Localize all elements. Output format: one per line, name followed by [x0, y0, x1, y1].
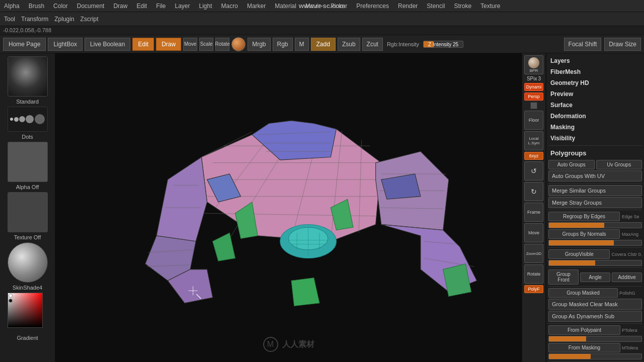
- masking-slider[interactable]: [548, 353, 642, 359]
- edge-slider[interactable]: [548, 222, 642, 228]
- fibermesh-title[interactable]: FiberMesh: [546, 66, 644, 77]
- floor-button[interactable]: Floor: [524, 111, 543, 130]
- color-picker[interactable]: [8, 293, 48, 333]
- menu-marker[interactable]: Marker: [245, 2, 268, 11]
- menu-preferences[interactable]: Preferences: [354, 2, 391, 11]
- merge-stray-groups-button[interactable]: Merge Stray Groups: [548, 197, 642, 208]
- texture-preview[interactable]: [8, 192, 48, 232]
- max-ang-label: MaxAng: [622, 232, 642, 237]
- spix-label: SPix: [527, 76, 537, 81]
- bpr-button[interactable]: BPR: [524, 55, 543, 74]
- alpha-preview[interactable]: [8, 142, 48, 182]
- tool-item-zscript[interactable]: Zscript: [80, 16, 99, 23]
- menu-stroke[interactable]: Stroke: [452, 2, 473, 11]
- draw-button[interactable]: Draw: [156, 38, 181, 51]
- dots-preview[interactable]: [8, 107, 48, 132]
- menu-document[interactable]: Document: [75, 2, 107, 11]
- menu-alpha[interactable]: Alpha: [2, 2, 22, 11]
- canvas-area[interactable]: 人人素材社区 人人素材社区 人人素材社区 人人素材社区 人人素材社区 人人素材社…: [55, 53, 522, 362]
- group-as-dynamesh-sub-button[interactable]: Group As Dynamesh Sub: [548, 311, 642, 322]
- focal-shift-button[interactable]: Focal Shift: [564, 38, 602, 51]
- z-intensity-slider[interactable]: Z Intensity 25: [423, 41, 463, 48]
- layers-title[interactable]: Layers: [546, 55, 644, 66]
- menu-draw[interactable]: Draw: [111, 2, 129, 11]
- material-preview[interactable]: [8, 242, 48, 283]
- visible-slider[interactable]: [548, 260, 642, 266]
- lightbox-button[interactable]: LightBox: [48, 38, 83, 51]
- normals-slider[interactable]: [548, 240, 642, 246]
- from-polypaint-button[interactable]: From Polypaint: [548, 325, 620, 335]
- rgb-button[interactable]: Rgb: [273, 38, 293, 51]
- group-masked-button[interactable]: Group Masked: [548, 288, 618, 298]
- tool-item-tool[interactable]: Tool: [4, 16, 15, 23]
- group-front-button[interactable]: Group Front: [548, 269, 579, 285]
- edit-button[interactable]: Edit: [132, 38, 154, 51]
- zcut-button[interactable]: Zcut: [362, 38, 383, 51]
- move-button[interactable]: Move: [183, 38, 197, 51]
- live-boolean-button[interactable]: Live Boolean: [85, 38, 130, 51]
- scale-button[interactable]: Scale: [199, 38, 213, 51]
- from-masking-button[interactable]: From Masking: [548, 343, 620, 352]
- polyf-button[interactable]: PolyF: [524, 285, 543, 293]
- down-rotate-button[interactable]: ↻: [524, 182, 543, 201]
- zoom3d-button[interactable]: Zoom3D: [524, 244, 543, 263]
- auto-groups-button[interactable]: Auto Groups: [548, 160, 595, 169]
- menu-material[interactable]: Material: [273, 2, 298, 11]
- preview-title[interactable]: Preview: [546, 88, 644, 100]
- groups-by-normals-button[interactable]: Groups By Normals: [548, 229, 620, 239]
- angle-button[interactable]: Angle: [580, 273, 610, 282]
- menu-render[interactable]: Render: [396, 2, 420, 11]
- menu-file[interactable]: File: [154, 2, 168, 11]
- mrgb-button[interactable]: Mrgb: [248, 38, 270, 51]
- move-icon-button[interactable]: Move: [524, 223, 543, 242]
- polygroups-label[interactable]: Polygroups: [550, 149, 587, 157]
- brush-preview[interactable]: [8, 56, 48, 97]
- local-lsym-button[interactable]: Local L.Sym: [524, 131, 543, 150]
- deformation-title[interactable]: Deformation: [546, 111, 644, 122]
- xyz-button[interactable]: 6xyz: [524, 152, 543, 160]
- menu-edit[interactable]: Edit: [134, 2, 149, 11]
- menu-light[interactable]: Light: [197, 2, 214, 11]
- menu-color[interactable]: Color: [51, 2, 70, 11]
- from-masking-row: From Masking MTolera: [548, 343, 642, 352]
- polypaint-slider-row: [548, 336, 642, 342]
- menu-brush[interactable]: Brush: [27, 2, 46, 11]
- small-toggle[interactable]: [530, 102, 537, 109]
- divider-5: [548, 267, 642, 268]
- geometry-hd-title[interactable]: Geometry HD: [546, 77, 644, 88]
- additive-button[interactable]: Additive: [612, 273, 642, 282]
- m-button[interactable]: M: [295, 38, 309, 51]
- frame-button[interactable]: Frame: [524, 203, 543, 222]
- rotate-button[interactable]: Rotate: [215, 38, 229, 51]
- draw-size-button[interactable]: Draw Size: [604, 38, 641, 51]
- menu-stencil[interactable]: Stencil: [425, 2, 447, 11]
- right-sidebar: Layers FiberMesh Geometry HD Preview Sur…: [546, 53, 644, 362]
- main-area: Standard Dots Alpha Off Texture Off Skin…: [0, 53, 644, 362]
- persp-button[interactable]: Persp: [524, 93, 543, 101]
- masking-title[interactable]: Masking: [546, 122, 644, 133]
- home-page-button[interactable]: Home Page: [3, 38, 46, 51]
- dynamic-button[interactable]: Dynami: [524, 83, 543, 91]
- merge-similar-groups-button[interactable]: Merge Similar Groups: [548, 185, 642, 196]
- rotate-icon-button[interactable]: Rotate: [524, 264, 543, 284]
- menu-texture[interactable]: Texture: [478, 2, 502, 11]
- auto-groups-with-uv-button[interactable]: Auto Groups With UV: [548, 170, 642, 182]
- group-visible-button[interactable]: GroupVisible: [548, 249, 610, 259]
- menu-macro[interactable]: Macro: [219, 2, 240, 11]
- zadd-button[interactable]: Zadd: [311, 38, 336, 51]
- zsub-button[interactable]: Zsub: [338, 38, 360, 51]
- divider-1: [548, 145, 642, 146]
- visibility-title[interactable]: Visibility: [546, 133, 644, 144]
- group-masked-clear-mask-button[interactable]: Group Masked Clear Mask: [548, 299, 642, 310]
- up-rotate-button[interactable]: ↺: [524, 161, 543, 180]
- polypaint-slider[interactable]: [548, 336, 642, 342]
- surface-title[interactable]: Surface: [546, 100, 644, 111]
- main-toolbar: Home Page LightBox Live Boolean Edit Dra…: [0, 35, 644, 53]
- tool-item-zplugin[interactable]: Zplugin: [54, 16, 74, 23]
- model-viewport[interactable]: [55, 53, 522, 362]
- menu-layer[interactable]: Layer: [173, 2, 192, 11]
- sphere-preview[interactable]: [231, 37, 246, 51]
- uv-groups-button[interactable]: Uv Groups: [596, 160, 642, 169]
- tool-item-transform[interactable]: Transform: [21, 16, 48, 23]
- regroup-by-edges-button[interactable]: Regroup By Edges: [548, 212, 620, 221]
